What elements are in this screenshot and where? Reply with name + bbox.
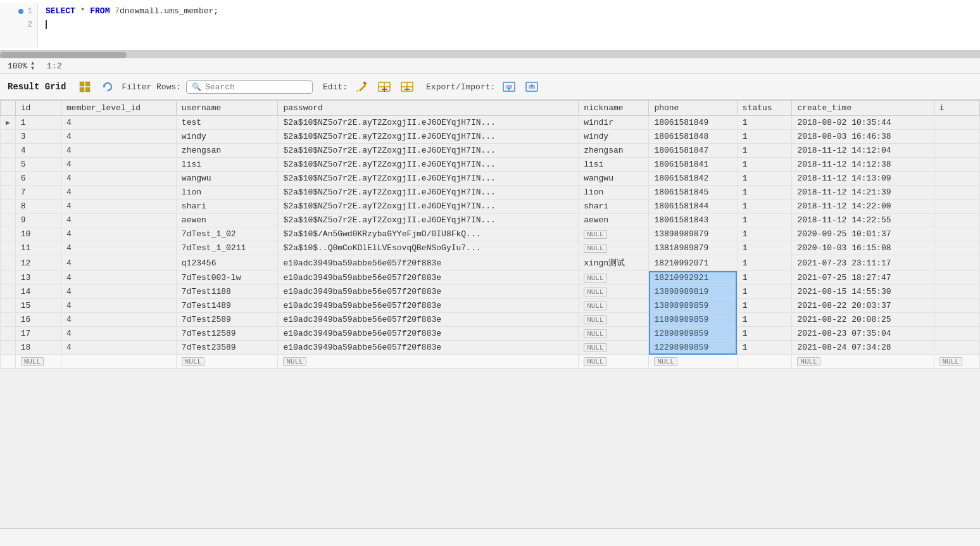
- import-button[interactable]: [523, 78, 541, 96]
- cell-status[interactable]: 1: [737, 241, 792, 255]
- cell-id[interactable]: 4: [15, 144, 61, 158]
- cell-nickname[interactable]: xingn测试: [579, 255, 649, 271]
- cell-phone[interactable]: 12298989859: [649, 341, 737, 355]
- cell-password[interactable]: $2a$10$..Q0mCoKDlElLVEsovqQBeNSoGyIu7...: [278, 241, 579, 255]
- cell-nickname[interactable]: NULL: [579, 341, 649, 355]
- cell-password[interactable]: $2a$10$NZ5o7r2E.ayT2ZoxgjII.eJ6OEYqjH7IN…: [278, 172, 579, 186]
- cell-status[interactable]: 1: [737, 186, 792, 200]
- cell-username[interactable]: wangwu: [176, 172, 278, 186]
- cell-id[interactable]: 10: [15, 227, 61, 241]
- cell-status[interactable]: 1: [737, 213, 792, 227]
- cell-status[interactable]: 1: [737, 200, 792, 213]
- cell-create_time[interactable]: 2018-08-02 10:35:44: [792, 116, 934, 130]
- cell-create_time[interactable]: 2021-08-22 20:08:25: [792, 313, 934, 327]
- cell-password[interactable]: $2a$10$NZ5o7r2E.ayT2ZoxgjII.eJ6OEYqjH7IN…: [278, 158, 579, 172]
- delete-row-button[interactable]: [398, 78, 416, 96]
- search-box[interactable]: 🔍: [186, 80, 313, 94]
- cell-password[interactable]: e10adc3949ba59abbe56e057f20f883e: [278, 341, 579, 355]
- cell-create_time[interactable]: 2018-11-12 14:12:38: [792, 158, 934, 172]
- cell-id[interactable]: 17: [15, 327, 61, 341]
- cell-nickname[interactable]: windy: [579, 130, 649, 144]
- edit-pencil-button[interactable]: [353, 78, 370, 96]
- col-header-password[interactable]: password: [278, 101, 579, 116]
- cell-username[interactable]: zhengsan: [176, 144, 278, 158]
- cell-status[interactable]: 1: [737, 116, 792, 130]
- cell-member_level_id[interactable]: 4: [61, 213, 177, 227]
- cell-username[interactable]: 7dTest23589: [176, 341, 278, 355]
- cell-id[interactable]: 15: [15, 299, 61, 313]
- cell-phone[interactable]: 18061581843: [649, 213, 737, 227]
- cell-nickname[interactable]: NULL: [579, 285, 649, 299]
- cell-nickname[interactable]: NULL: [579, 271, 649, 285]
- col-header-member-level-id[interactable]: member_level_id: [61, 101, 177, 116]
- cell-id[interactable]: 8: [15, 200, 61, 213]
- cell-username[interactable]: 7dTest12589: [176, 327, 278, 341]
- cell-create_time[interactable]: 2021-07-23 23:11:17: [792, 255, 934, 271]
- col-header-phone[interactable]: phone: [649, 101, 737, 116]
- cell-id[interactable]: 18: [15, 341, 61, 355]
- cell-create_time[interactable]: 2021-08-22 20:03:37: [792, 299, 934, 313]
- cell-id[interactable]: 16: [15, 313, 61, 327]
- cell-phone[interactable]: 18061581848: [649, 130, 737, 144]
- cell-member_level_id[interactable]: 4: [61, 172, 177, 186]
- cell-password[interactable]: e10adc3949ba59abbe56e057f20f883e: [278, 327, 579, 341]
- scrollbar-track[interactable]: [0, 51, 980, 58]
- cell-nickname[interactable]: NULL: [579, 313, 649, 327]
- cell-member_level_id[interactable]: 4: [61, 227, 177, 241]
- cell-nickname[interactable]: windir: [579, 116, 649, 130]
- cell-phone[interactable]: 13898989859: [649, 299, 737, 313]
- cell-password[interactable]: e10adc3949ba59abbe56e057f20f883e: [278, 285, 579, 299]
- cell-status[interactable]: 1: [737, 144, 792, 158]
- grid-view-button[interactable]: [76, 78, 94, 96]
- cell-status[interactable]: 1: [737, 255, 792, 271]
- cell-nickname[interactable]: NULL: [579, 227, 649, 241]
- cell-password[interactable]: e10adc3949ba59abbe56e057f20f883e: [278, 255, 579, 271]
- cell-member_level_id[interactable]: 4: [61, 144, 177, 158]
- cell-phone[interactable]: 18210992921: [649, 271, 737, 285]
- cell-password[interactable]: $2a$10$NZ5o7r2E.ayT2ZoxgjII.eJ6OEYqjH7IN…: [278, 144, 579, 158]
- cell-password[interactable]: $2a$10$NZ5o7r2E.ayT2ZoxgjII.eJ6OEYqjH7IN…: [278, 116, 579, 130]
- zoom-down-arrow[interactable]: ▼: [31, 66, 34, 71]
- cell-id[interactable]: 9: [15, 213, 61, 227]
- cell-nickname[interactable]: lisi: [579, 158, 649, 172]
- cell-username[interactable]: test: [176, 116, 278, 130]
- cell-nickname[interactable]: shari: [579, 200, 649, 213]
- col-header-create-time[interactable]: create_time: [792, 101, 934, 116]
- cell-username[interactable]: 7dTest2589: [176, 313, 278, 327]
- col-header-extra[interactable]: i: [934, 101, 980, 116]
- scrollbar-thumb[interactable]: [0, 52, 127, 58]
- data-table-wrapper[interactable]: id member_level_id username password nic…: [0, 100, 980, 528]
- cell-nickname[interactable]: NULL: [579, 327, 649, 341]
- cell-phone[interactable]: 18061581847: [649, 144, 737, 158]
- cell-id[interactable]: 6: [15, 172, 61, 186]
- cell-member_level_id[interactable]: 4: [61, 200, 177, 213]
- cell-nickname[interactable]: aewen: [579, 213, 649, 227]
- cell-member_level_id[interactable]: 4: [61, 327, 177, 341]
- cell-nickname[interactable]: wangwu: [579, 172, 649, 186]
- cell-nickname[interactable]: NULL: [579, 299, 649, 313]
- export-button[interactable]: [500, 78, 518, 96]
- cell-create_time[interactable]: 2018-11-12 14:13:09: [792, 172, 934, 186]
- cell-status[interactable]: 1: [737, 271, 792, 285]
- cell-create_time[interactable]: 2018-11-12 14:21:39: [792, 186, 934, 200]
- cell-create_time[interactable]: 2018-11-12 14:12:04: [792, 144, 934, 158]
- cell-password[interactable]: e10adc3949ba59abbe56e057f20f883e: [278, 299, 579, 313]
- cell-username[interactable]: 7dTest_1_02: [176, 227, 278, 241]
- cell-username[interactable]: windy: [176, 130, 278, 144]
- cell-phone[interactable]: 18210992071: [649, 255, 737, 271]
- add-row-button[interactable]: [375, 78, 393, 96]
- cell-password[interactable]: $2a$10$NZ5o7r2E.ayT2ZoxgjII.eJ6OEYqjH7IN…: [278, 213, 579, 227]
- cell-member_level_id[interactable]: 4: [61, 158, 177, 172]
- cell-id[interactable]: 3: [15, 130, 61, 144]
- cell-status[interactable]: 1: [737, 299, 792, 313]
- cell-username[interactable]: lion: [176, 186, 278, 200]
- cell-id[interactable]: 5: [15, 158, 61, 172]
- cell-nickname[interactable]: lion: [579, 186, 649, 200]
- cell-username[interactable]: 7dTest003-lw: [176, 271, 278, 285]
- cell-phone[interactable]: 13898989819: [649, 285, 737, 299]
- cell-password[interactable]: $2a$10$NZ5o7r2E.ayT2ZoxgjII.eJ6OEYqjH7IN…: [278, 186, 579, 200]
- cell-password[interactable]: e10adc3949ba59abbe56e057f20f883e: [278, 271, 579, 285]
- cell-username[interactable]: lisi: [176, 158, 278, 172]
- cell-phone[interactable]: 18061581841: [649, 158, 737, 172]
- cell-create_time[interactable]: 2020-09-25 10:01:37: [792, 227, 934, 241]
